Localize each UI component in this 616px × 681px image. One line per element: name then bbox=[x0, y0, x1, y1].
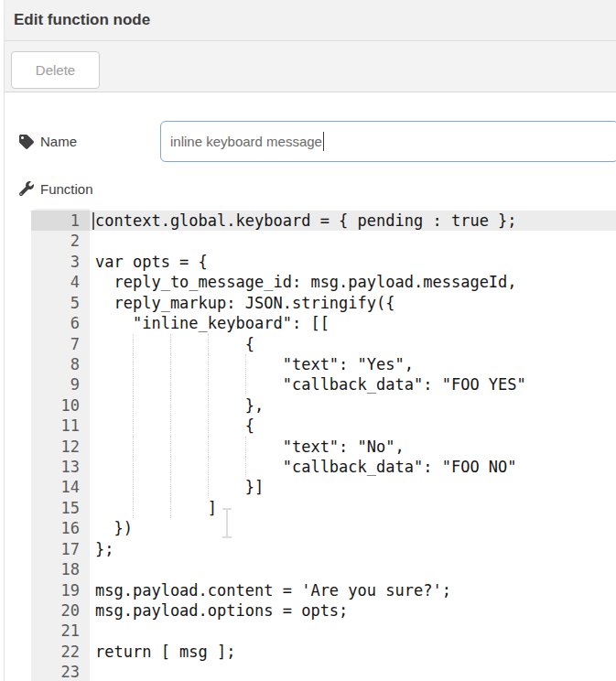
indent-guide bbox=[170, 354, 171, 374]
indent-guide bbox=[133, 498, 134, 518]
line-number[interactable]: 23 bbox=[31, 662, 90, 681]
line-number[interactable]: 3 bbox=[31, 252, 90, 272]
edit-function-node-dialog: Edit function node Delete Name inline ke… bbox=[4, 0, 616, 681]
line-number[interactable]: 13 bbox=[31, 457, 90, 477]
indent-guide bbox=[208, 416, 209, 436]
indent-guide bbox=[208, 354, 209, 374]
code-line[interactable] bbox=[90, 621, 616, 641]
indent-guide bbox=[133, 354, 134, 374]
indent-guide bbox=[170, 374, 171, 395]
code-line[interactable]: "callback_data": "FOO YES" bbox=[90, 374, 616, 395]
line-number[interactable]: 21 bbox=[31, 621, 90, 641]
function-code-editor[interactable]: 1234567891011121314151617181920212223 co… bbox=[31, 209, 616, 681]
indent-guide bbox=[133, 334, 134, 354]
code-line[interactable]: ] bbox=[90, 498, 616, 518]
line-number[interactable]: 18 bbox=[31, 559, 90, 579]
line-number[interactable]: 4 bbox=[31, 272, 90, 292]
code-line[interactable]: }; bbox=[90, 539, 616, 559]
dialog-title: Edit function node bbox=[5, 0, 150, 40]
line-number[interactable]: 7 bbox=[31, 334, 90, 354]
wrench-icon bbox=[19, 181, 34, 196]
mouse-ibeam-cursor bbox=[221, 508, 233, 538]
indent-guide bbox=[208, 374, 209, 395]
indent-guide bbox=[170, 437, 171, 457]
tag-icon bbox=[19, 135, 34, 149]
indent-guide bbox=[133, 395, 134, 416]
editor-caret bbox=[92, 212, 94, 230]
code-line[interactable]: return [ msg ]; bbox=[90, 642, 616, 662]
code-line[interactable]: "text": "Yes", bbox=[90, 354, 616, 374]
line-number[interactable]: 22 bbox=[31, 642, 90, 662]
indent-guide bbox=[133, 374, 134, 395]
indent-guide bbox=[170, 498, 171, 518]
name-field-label: Name bbox=[19, 121, 77, 162]
dialog-form: Name inline keyboard message Function 12… bbox=[5, 92, 616, 681]
name-label: Name bbox=[40, 134, 77, 149]
line-number[interactable]: 19 bbox=[31, 580, 90, 600]
editor-gutter[interactable]: 1234567891011121314151617181920212223 bbox=[31, 209, 90, 681]
code-line[interactable]: "callback_data": "FOO NO" bbox=[90, 457, 616, 477]
code-line[interactable]: "inline_keyboard": [[ bbox=[90, 313, 616, 333]
line-number[interactable]: 8 bbox=[31, 354, 90, 374]
indent-guide bbox=[245, 374, 246, 395]
code-line[interactable]: reply_to_message_id: msg.payload.message… bbox=[90, 272, 616, 292]
line-number[interactable]: 9 bbox=[31, 374, 90, 395]
code-line[interactable]: "text": "No", bbox=[90, 437, 616, 457]
code-line[interactable]: { bbox=[90, 334, 616, 354]
indent-guide bbox=[170, 416, 171, 436]
indent-guide bbox=[133, 437, 134, 457]
indent-guide bbox=[208, 457, 209, 477]
indent-guide bbox=[208, 334, 209, 354]
line-number[interactable]: 12 bbox=[31, 437, 90, 457]
indent-guide bbox=[208, 395, 209, 416]
indent-guide bbox=[245, 457, 246, 477]
indent-guide bbox=[170, 457, 171, 477]
indent-guide bbox=[133, 477, 134, 497]
code-line[interactable] bbox=[90, 559, 616, 579]
name-input[interactable]: inline keyboard message bbox=[160, 121, 616, 162]
indent-guide bbox=[208, 437, 209, 457]
indent-guide bbox=[208, 477, 209, 497]
indent-guide bbox=[245, 354, 246, 374]
code-line[interactable]: msg.payload.content = 'Are you sure?'; bbox=[90, 580, 616, 600]
name-input-value: inline keyboard message bbox=[170, 134, 322, 149]
line-number[interactable]: 14 bbox=[31, 477, 90, 497]
line-number[interactable]: 15 bbox=[31, 498, 90, 518]
dialog-header: Edit function node bbox=[5, 0, 616, 41]
delete-button[interactable]: Delete bbox=[11, 51, 100, 89]
line-number[interactable]: 11 bbox=[31, 416, 90, 436]
code-line[interactable]: var opts = { bbox=[90, 252, 616, 272]
code-line[interactable]: msg.payload.options = opts; bbox=[90, 600, 616, 621]
line-number[interactable]: 17 bbox=[31, 539, 90, 559]
editor-code-area[interactable]: context.global.keyboard = { pending : tr… bbox=[90, 209, 616, 681]
code-line[interactable]: }) bbox=[90, 518, 616, 538]
code-line[interactable]: reply_markup: JSON.stringify({ bbox=[90, 293, 616, 313]
code-line[interactable]: { bbox=[90, 416, 616, 436]
line-number[interactable]: 10 bbox=[31, 395, 90, 416]
indent-guide bbox=[170, 395, 171, 416]
function-label: Function bbox=[40, 181, 93, 197]
text-caret bbox=[323, 132, 324, 151]
code-line[interactable]: context.global.keyboard = { pending : tr… bbox=[90, 211, 616, 231]
indent-guide bbox=[170, 334, 171, 354]
dialog-toolbar: Delete bbox=[5, 41, 616, 92]
line-number[interactable]: 2 bbox=[31, 231, 90, 251]
line-number[interactable]: 16 bbox=[31, 518, 90, 538]
indent-guide bbox=[133, 457, 134, 477]
line-number[interactable]: 20 bbox=[31, 600, 90, 621]
indent-guide bbox=[133, 416, 134, 436]
line-number[interactable]: 5 bbox=[31, 293, 90, 313]
code-line[interactable] bbox=[90, 231, 616, 251]
code-line[interactable] bbox=[90, 662, 616, 681]
indent-guide bbox=[245, 437, 246, 457]
function-field-label: Function bbox=[19, 179, 93, 198]
code-line[interactable]: }] bbox=[90, 477, 616, 497]
line-number[interactable]: 6 bbox=[31, 313, 90, 333]
line-number[interactable]: 1 bbox=[31, 211, 90, 231]
indent-guide bbox=[170, 477, 171, 497]
code-line[interactable]: }, bbox=[90, 395, 616, 416]
